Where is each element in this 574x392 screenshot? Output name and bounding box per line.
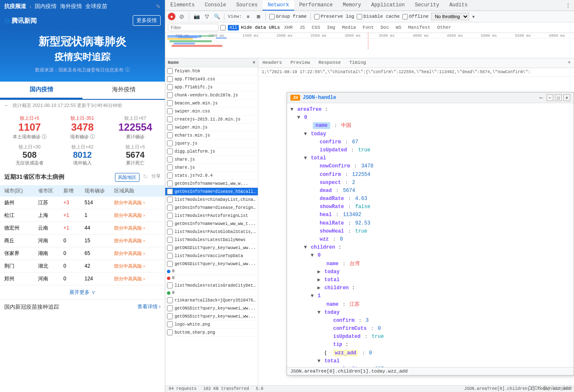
expand-icon[interactable]: ▶ <box>317 277 320 283</box>
list-item[interactable]: 0 <box>165 268 258 275</box>
list-item[interactable]: list?modules=FAutoforeignList <box>165 212 258 220</box>
detail-tab-headers[interactable]: Headers <box>258 58 286 68</box>
tab-audits[interactable]: Audits <box>444 0 473 11</box>
item-checkbox[interactable] <box>167 100 173 106</box>
expand-icon[interactable]: ▼ <box>290 107 293 112</box>
throttle-select[interactable]: No throttling <box>431 13 469 20</box>
item-checkbox[interactable] <box>167 237 173 243</box>
item-checkbox[interactable] <box>167 148 173 154</box>
tab-console[interactable]: Console <box>200 0 231 11</box>
item-checkbox[interactable] <box>167 329 173 335</box>
share-button[interactable]: 分享 <box>151 173 161 182</box>
item-checkbox[interactable] <box>167 321 173 327</box>
expand-icon[interactable]: ▼ <box>317 310 320 315</box>
tab-sources[interactable]: Sources <box>231 0 262 11</box>
item-checkbox[interactable] <box>167 108 173 114</box>
list-item[interactable]: list?modules=chinaDayList,chinaDay... <box>165 196 258 204</box>
json-maximize-button[interactable]: □ <box>555 94 562 101</box>
list-item[interactable]: getOnsInfo?name=disease_foreign... <box>165 204 258 212</box>
item-checkbox[interactable] <box>167 313 173 319</box>
type-btn-xhr[interactable]: XHR <box>282 24 295 31</box>
expand-icon[interactable]: ▶ <box>317 285 320 291</box>
expand-icon[interactable]: ▼ <box>304 244 307 250</box>
list-item[interactable]: buttom_sharp.png <box>165 329 258 337</box>
list-item[interactable]: jquery.js <box>165 140 258 148</box>
group-frame-checkbox[interactable] <box>269 14 275 19</box>
offline-checkbox[interactable] <box>402 14 408 19</box>
item-checkbox[interactable] <box>167 132 173 138</box>
expand-icon[interactable]: ▼ <box>297 115 300 121</box>
list-item[interactable]: share.js <box>165 156 258 164</box>
more-epidemic-button[interactable]: 更多疫情 <box>133 15 161 26</box>
item-checkbox[interactable] <box>167 140 173 146</box>
json-minimize-button[interactable]: − <box>547 94 553 101</box>
view-group-button[interactable]: ⊞ <box>254 13 262 20</box>
expand-icon[interactable]: ▼ <box>317 358 320 364</box>
detail-close-button[interactable]: × <box>564 58 574 68</box>
item-checkbox[interactable] <box>167 297 173 303</box>
item-checkbox[interactable] <box>167 84 173 90</box>
expand-icon[interactable]: ▼ <box>304 155 307 161</box>
preserve-log-label[interactable]: Preserve log <box>314 14 354 19</box>
list-item[interactable]: echarts.min.js <box>165 132 258 140</box>
item-checkbox[interactable] <box>167 156 173 162</box>
list-item[interactable]: getONSDict?query_key=wuwei_ww... <box>165 260 258 268</box>
type-btn-js[interactable]: JS <box>297 24 307 31</box>
list-item[interactable]: list?modules=VaccineTopData <box>165 252 258 260</box>
item-checkbox[interactable] <box>167 245 173 251</box>
expand-more-button[interactable]: 展开更多 ∨ <box>0 285 165 299</box>
item-checkbox[interactable] <box>167 124 173 130</box>
list-item[interactable]: getONSDict?query_key=wuwei_ww... <box>165 244 258 252</box>
type-btn-manifest[interactable]: Manifest <box>406 24 433 31</box>
view-list-button[interactable]: ≡ <box>244 13 252 20</box>
expand-icon[interactable]: ▼ <box>311 252 314 258</box>
type-btn-ws[interactable]: WS <box>393 24 404 31</box>
disable-cache-checkbox[interactable] <box>357 14 362 19</box>
item-checkbox[interactable] <box>167 68 173 74</box>
tab-network[interactable]: Network <box>262 0 294 11</box>
group-frame-label[interactable]: Group frame <box>269 14 307 19</box>
camera-button[interactable]: 📷 <box>193 13 200 20</box>
detail-tab-response[interactable]: Response <box>314 58 345 68</box>
item-checkbox[interactable] <box>167 305 173 311</box>
nav-domestic[interactable]: 国内疫情 <box>35 3 57 10</box>
hide-data-urls-label[interactable]: All Hide data URLs <box>220 25 280 30</box>
item-checkbox[interactable] <box>167 92 173 98</box>
list-item[interactable]: getOnsInfo?name=wuwei_ww_w... <box>165 180 258 188</box>
tab-performance[interactable]: Performance <box>294 0 338 11</box>
tab-overseas[interactable]: 海外疫情 <box>82 82 165 99</box>
list-item[interactable]: createjs-2015.11.26.min.js <box>165 115 258 123</box>
list-item[interactable]: 0 <box>165 275 258 282</box>
list-item[interactable]: app.f70e1a43.css <box>165 75 258 83</box>
list-item[interactable]: feiyan.htm <box>165 67 258 75</box>
hide-data-urls-checkbox[interactable] <box>220 25 226 30</box>
nav-vaccine[interactable]: 全球疫苗 <box>85 3 107 10</box>
tab-memory[interactable]: Memory <box>338 0 366 11</box>
tab-application[interactable]: Application <box>366 0 410 11</box>
json-close-button[interactable]: × <box>563 94 570 101</box>
list-item[interactable]: list?modules=FAutoGlobalStatis,FAu... <box>165 228 258 236</box>
list-item[interactable]: 0 <box>165 290 258 296</box>
back-arrow-icon[interactable]: ← <box>540 94 543 101</box>
item-checkbox[interactable] <box>167 173 173 178</box>
tab-elements[interactable]: Elements <box>165 0 200 11</box>
item-checkbox[interactable] <box>167 213 173 219</box>
item-checkbox[interactable] <box>167 116 173 122</box>
list-item-active[interactable]: getOnsInfo?name=disease_h5&call... <box>165 188 258 196</box>
offline-label[interactable]: Offline <box>402 14 429 19</box>
tab-security[interactable]: Security <box>410 0 445 11</box>
list-item[interactable]: share.js <box>165 164 258 172</box>
detail-tab-timing[interactable]: Timing <box>345 58 370 68</box>
list-item[interactable]: app.f71ab1fc.js <box>165 83 258 91</box>
vaccine-detail-link[interactable]: 查看详情 › <box>137 303 161 310</box>
item-checkbox[interactable] <box>167 261 173 267</box>
list-item[interactable]: riskarea?callback=jQuery351047645... <box>165 296 258 304</box>
refresh-icon[interactable]: ↻ <box>143 173 148 182</box>
list-item[interactable]: beacon_web.min.js <box>165 99 258 107</box>
search-button[interactable]: 🔍 <box>213 13 221 20</box>
item-checkbox[interactable] <box>167 253 173 259</box>
type-btn-media[interactable]: Media <box>339 24 358 31</box>
filter-button[interactable]: ▽ <box>203 13 210 20</box>
list-item[interactable]: digg.platform.js <box>165 148 258 156</box>
risk-area-button[interactable]: 风险地区 <box>115 173 139 182</box>
